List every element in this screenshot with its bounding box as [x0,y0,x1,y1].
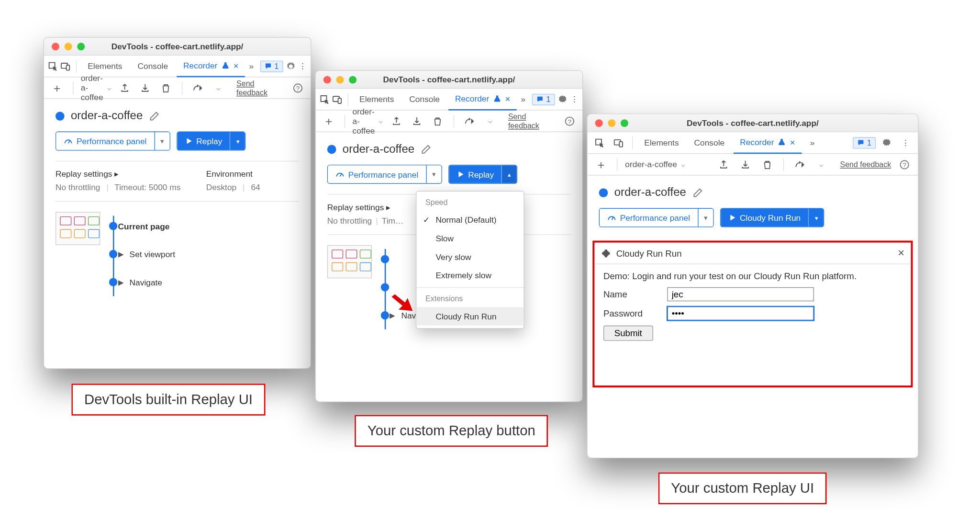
tab-elements[interactable]: Elements [638,132,685,153]
send-feedback-link[interactable]: Send feedback [840,160,891,169]
step-set-viewport[interactable]: ▶Set viewport [118,240,300,268]
performance-panel-button[interactable]: Performance panel▾ [327,165,442,184]
help-icon[interactable]: ? [896,156,913,173]
step-navigate[interactable]: ▶Navigate [118,268,300,296]
kebab-menu-icon[interactable]: ⋮ [299,58,307,75]
cloudy-run-run-button[interactable]: Cloudy Run Run▾ [720,208,824,227]
performance-panel-button[interactable]: Performance panel ▾ [56,132,170,151]
replay-dropdown[interactable]: ▾ [230,132,245,150]
delete-icon[interactable] [430,113,445,129]
menu-item-normal[interactable]: Normal (Default) [416,211,523,229]
svg-rect-1 [67,65,70,70]
zoom-window-icon[interactable] [349,76,356,83]
more-tabs-icon[interactable]: » [804,135,821,151]
close-window-icon[interactable] [52,43,59,50]
device-toggle-icon[interactable] [611,135,627,151]
submit-button[interactable]: Submit [603,326,653,341]
delete-icon[interactable] [759,156,776,173]
edit-icon[interactable] [692,187,702,197]
name-field[interactable] [667,287,814,301]
add-recording-icon[interactable]: ＋ [592,156,609,173]
titlebar[interactable]: DevTools - coffee-cart.netlify.app/ [588,114,918,132]
minimize-window-icon[interactable] [336,76,344,83]
export-icon[interactable] [117,79,133,96]
import-icon[interactable] [409,113,425,129]
help-icon[interactable]: ? [290,79,306,96]
close-window-icon[interactable] [323,76,331,83]
add-recording-icon[interactable]: ＋ [49,79,65,96]
tab-console[interactable]: Console [403,89,446,110]
send-feedback-link[interactable]: Send feedback [508,112,557,130]
password-field[interactable] [667,306,814,320]
settings-icon[interactable] [557,91,568,108]
zoom-window-icon[interactable] [77,43,85,50]
menu-item-cloudy-run-run[interactable]: Cloudy Run Run [416,307,523,326]
close-tab-icon[interactable]: × [790,137,795,147]
add-recording-icon[interactable]: ＋ [321,113,336,129]
replay-button[interactable]: Replay▴ [448,165,518,184]
close-icon[interactable]: × [898,247,904,260]
export-icon[interactable] [388,113,404,129]
step-over-icon[interactable] [791,156,808,173]
import-icon[interactable] [737,156,754,173]
devtools-window-2: DevTools - coffee-cart.netlify.app/ Elem… [315,70,583,402]
tab-recorder[interactable]: Recorder × [449,89,517,110]
zoom-window-icon[interactable] [621,119,628,127]
perf-panel-dropdown[interactable]: ▾ [154,132,169,150]
settings-icon[interactable] [879,135,895,151]
close-tab-icon[interactable]: × [234,60,239,70]
replay-speed-menu: Speed Normal (Default) Slow Very slow Ex… [416,191,524,329]
svg-rect-5 [338,98,341,103]
step-over-icon[interactable] [190,79,206,96]
menu-item-very-slow[interactable]: Very slow [416,248,523,266]
titlebar[interactable]: DevTools - coffee-cart.netlify.app/ [316,71,582,89]
delete-icon[interactable] [158,79,174,96]
help-icon[interactable]: ? [562,113,578,129]
device-toggle-icon[interactable] [61,58,71,75]
more-tabs-icon[interactable]: » [519,91,527,108]
inspect-icon[interactable] [591,135,608,151]
recording-title: order-a-coffee [614,186,686,199]
replay-button[interactable]: Replay ▾ [177,132,246,151]
performance-panel-button[interactable]: Performance panel▾ [599,208,714,227]
issues-badge[interactable]: 1 [532,93,555,105]
edit-icon[interactable] [421,144,431,154]
menu-item-slow[interactable]: Slow [416,229,523,248]
export-icon[interactable] [716,156,733,173]
svg-text:?: ? [902,161,906,169]
more-tabs-icon[interactable]: » [247,58,255,75]
tab-console[interactable]: Console [688,132,731,153]
env-extra: 64 [251,182,260,192]
step-current-page[interactable]: Current page [118,212,300,240]
recorder-subbar: ＋ order-a-coffee ⌵ ⌵ Send feedback ? [44,77,311,99]
minimize-window-icon[interactable] [608,119,615,127]
tab-recorder[interactable]: Recorder× [734,132,802,153]
tab-console[interactable]: Console [131,55,174,77]
chevron-down-icon[interactable]: ⌵ [813,156,830,173]
replay-settings-head[interactable]: Replay settings ▸ [56,169,180,179]
import-icon[interactable] [137,79,153,96]
settings-icon[interactable] [286,58,296,75]
send-feedback-link[interactable]: Send feedback [236,79,285,97]
device-toggle-icon[interactable] [332,91,342,108]
chevron-down-icon[interactable]: ⌵ [211,79,226,96]
password-label: Password [603,308,655,318]
recording-selector[interactable]: order-a-coffee⌵ [625,159,711,169]
chevron-down-icon[interactable]: ⌵ [482,113,498,129]
recording-selector[interactable]: order-a-coffee⌵ [353,107,383,136]
inspect-icon[interactable] [48,58,58,75]
step-over-icon[interactable] [461,113,477,129]
close-window-icon[interactable] [595,119,603,127]
issues-badge[interactable]: 1 [853,137,876,148]
kebab-menu-icon[interactable]: ⋮ [898,135,914,151]
close-tab-icon[interactable]: × [505,93,511,103]
menu-item-extremely-slow[interactable]: Extremely slow [416,266,523,285]
recording-selector[interactable]: order-a-coffee ⌵ [81,73,111,102]
kebab-menu-icon[interactable]: ⋮ [570,91,579,108]
minimize-window-icon[interactable] [65,43,72,50]
edit-icon[interactable] [149,111,159,121]
tab-recorder[interactable]: Recorder × [177,55,245,77]
issues-badge[interactable]: 1 [260,60,283,72]
inspect-icon[interactable] [320,91,330,108]
titlebar[interactable]: DevTools - coffee-cart.netlify.app/ [44,38,311,56]
